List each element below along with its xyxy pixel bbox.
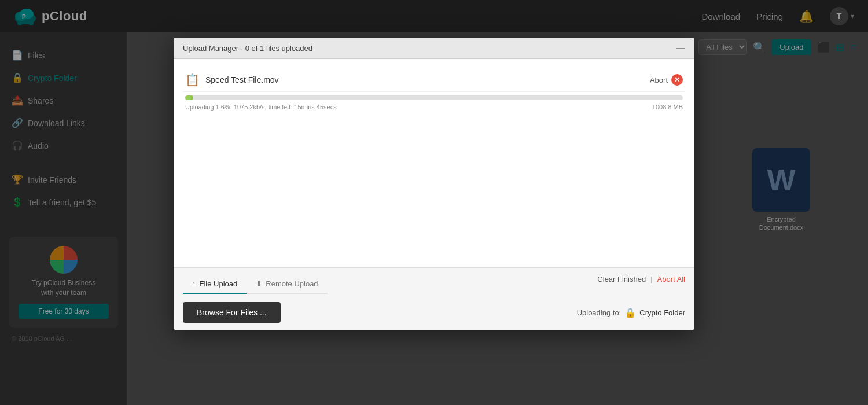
- modal-title: Upload Manager - 0 of 1 files uploaded: [183, 44, 312, 53]
- upload-to-info: Uploading to: 🔒 Crypto Folder: [577, 307, 685, 318]
- footer-tabs: ↑ File Upload ⬇ Remote Upload: [183, 275, 328, 294]
- upload-folder-name: Crypto Folder: [639, 308, 685, 317]
- file-upload-tab-icon: ↑: [192, 279, 196, 288]
- browse-files-button[interactable]: Browse For Files ...: [183, 302, 281, 323]
- upload-manager-modal: Upload Manager - 0 of 1 files uploaded —…: [174, 38, 694, 330]
- separator: |: [650, 275, 652, 284]
- abort-all-button[interactable]: Abort All: [657, 275, 685, 284]
- abort-button[interactable]: Abort ✕: [650, 74, 683, 86]
- footer-right-actions: Clear Finished | Abort All: [597, 275, 685, 284]
- upload-row: 📋 Speed Test File.mov Abort ✕: [183, 68, 685, 92]
- progress-text: Uploading 1.6%, 1075.2kb/s, time left: 1…: [185, 104, 337, 111]
- folder-lock-icon: 🔒: [624, 307, 636, 318]
- progress-bar-fill: [185, 95, 193, 100]
- file-name: Speed Test File.mov: [205, 75, 279, 84]
- modal-footer: ↑ File Upload ⬇ Remote Upload Clear Fini…: [174, 267, 694, 330]
- file-type-icon: 📋: [185, 73, 200, 87]
- remote-upload-tab-icon: ⬇: [256, 279, 262, 288]
- footer-actions: Browse For Files ... Uploading to: 🔒 Cry…: [183, 302, 685, 323]
- abort-icon: ✕: [671, 74, 683, 86]
- upload-to-label: Uploading to:: [577, 308, 621, 317]
- modal-header: Upload Manager - 0 of 1 files uploaded —: [174, 38, 694, 59]
- abort-label: Abort: [650, 76, 668, 84]
- tab-file-upload[interactable]: ↑ File Upload: [183, 275, 247, 294]
- tab-remote-upload[interactable]: ⬇ Remote Upload: [247, 275, 327, 294]
- modal-body: 📋 Speed Test File.mov Abort ✕ Uploading …: [174, 59, 694, 267]
- upload-file-info: 📋 Speed Test File.mov: [185, 73, 279, 87]
- remote-upload-tab-label: Remote Upload: [266, 279, 318, 288]
- progress-bar-container: [185, 95, 683, 100]
- progress-info: Uploading 1.6%, 1075.2kb/s, time left: 1…: [183, 102, 685, 112]
- modal-close-button[interactable]: —: [676, 43, 685, 53]
- clear-finished-button[interactable]: Clear Finished: [597, 275, 646, 284]
- file-upload-tab-label: File Upload: [200, 279, 238, 288]
- progress-size: 1008.8 MB: [652, 104, 683, 111]
